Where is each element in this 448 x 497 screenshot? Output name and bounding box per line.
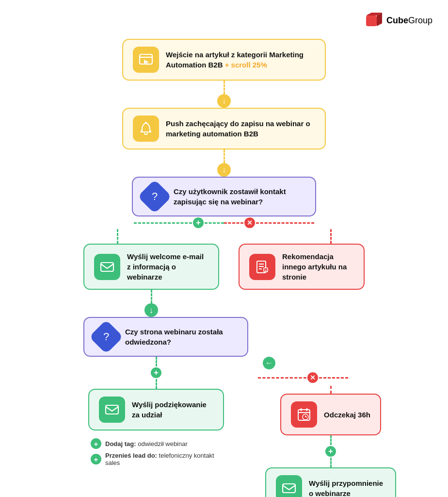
- step1-row: Wejście na artykuł z kategorii Marketing…: [122, 39, 326, 81]
- yes-branch2-node: Wyślij podziękowanie za udział: [88, 389, 224, 431]
- yes-branch1-node: Wyślij welcome e-mail z informacją o web…: [83, 244, 219, 290]
- yes-badge-1: +: [192, 216, 205, 229]
- arrow-down-2: ↓: [217, 163, 231, 177]
- tag1-icon: +: [91, 438, 101, 449]
- question2-icon: ?: [89, 320, 124, 354]
- reminder-text: Wyślij przypomnienie o webinarze: [309, 478, 385, 497]
- yes-badge-3: +: [324, 445, 337, 458]
- svg-rect-7: [101, 263, 113, 271]
- svg-rect-22: [283, 484, 295, 493]
- tag-item-1: + Dodaj tag: odwiedził webinar: [91, 438, 226, 449]
- reminder-node: Wyślij przypomnienie o webinarze: [265, 467, 396, 497]
- branch2-right-connector: ← ✕: [258, 357, 403, 497]
- svg-rect-0: [366, 16, 377, 26]
- question1-node: ? Czy użytkownik zostawił kontakt zapisu…: [132, 177, 316, 216]
- article-icon: ≡: [249, 254, 275, 280]
- flowchart: Wejście na artykuł z kategorii Marketing…: [0, 0, 448, 497]
- connector-4: +: [324, 435, 337, 467]
- tag-items: + Dodaj tag: odwiedził webinar + Przenie…: [91, 435, 226, 466]
- curved-arrow-indicator: ←: [263, 357, 275, 369]
- svg-text:≡: ≡: [265, 268, 267, 273]
- no-branch2-text: Odczekaj 36h: [324, 410, 370, 420]
- bell-icon: [133, 116, 159, 142]
- step2-node: Push zachęcający do zapisu na webinar o …: [122, 108, 326, 149]
- no-branch1-col: ≡ Rekomendacja innego artykułu na stroni…: [239, 244, 365, 290]
- cube-logo-icon: [365, 12, 383, 29]
- no-branch2-node: Odczekaj 36h: [280, 394, 381, 435]
- bottom-section: + Wyślij podziękowanie za udział: [54, 357, 394, 497]
- branch2-connectors: + Wyślij podziękowanie za udział: [83, 357, 403, 497]
- no-branch1-text: Rekomendacja innego artykułu na stronie: [282, 251, 354, 282]
- branch2-left-connector: + Wyślij podziękowanie za udział: [83, 357, 229, 466]
- question1-text: Czy użytkownik zostawił kontakt zapisują…: [174, 186, 305, 207]
- email-icon-1: [94, 254, 120, 280]
- step2-row: Push zachęcający do zapisu na webinar o …: [122, 108, 326, 149]
- email-icon-2: [99, 397, 125, 423]
- yes-branch1-text: Wyślij welcome e-mail z informacją o web…: [127, 251, 208, 282]
- tag-item-2: + Przenieś lead do: telefoniczny kontakt…: [91, 452, 226, 466]
- no-badge-2: ✕: [306, 371, 319, 384]
- svg-point-6: [145, 122, 147, 124]
- question2-node: ? Czy strona webinaru została odwiedzona…: [83, 317, 248, 357]
- logo: CubeGroup: [365, 12, 432, 29]
- question2-text: Czy strona webinaru została odwiedzona?: [125, 327, 238, 347]
- question2-row: ? Czy strona webinaru została odwiedzona…: [83, 317, 248, 357]
- tag2-icon: +: [91, 454, 101, 464]
- connector-1: ↓: [217, 81, 231, 108]
- arrow-down-1: ↓: [217, 94, 231, 108]
- step1-text: Wejście na artykuł z kategorii Marketing…: [166, 50, 315, 70]
- connector-3: ↓: [144, 290, 158, 317]
- browser-cursor-icon: [133, 47, 159, 73]
- yes-badge-2: +: [150, 366, 162, 379]
- no-branch1-node: ≡ Rekomendacja innego artykułu na stroni…: [239, 244, 365, 290]
- logo-text: CubeGroup: [386, 16, 432, 26]
- branch1-nodes: Wyślij welcome e-mail z informacją o web…: [54, 244, 394, 317]
- branch1-connectors: + ✕: [79, 216, 369, 244]
- step2-text: Push zachęcający do zapisu na webinar o …: [166, 118, 315, 139]
- question2-col: ? Czy strona webinaru została odwiedzona…: [83, 317, 248, 357]
- yes-branch2-text: Wyślij podziękowanie za udział: [132, 399, 213, 420]
- connector-2: ↓: [217, 149, 231, 177]
- question1-icon: ?: [138, 180, 172, 214]
- step1-node: Wejście na artykuł z kategorii Marketing…: [122, 39, 326, 81]
- question1-row: ? Czy użytkownik zostawił kontakt zapisu…: [132, 177, 316, 216]
- question2-container: ? Czy strona webinaru została odwiedzona…: [54, 317, 394, 357]
- arrow-down-3: ↓: [144, 303, 158, 317]
- svg-rect-14: [106, 405, 118, 414]
- yes-branch1-col: Wyślij welcome e-mail z informacją o web…: [83, 244, 219, 317]
- branch1-container: + ✕: [54, 216, 394, 317]
- no-badge-1: ✕: [243, 216, 256, 229]
- email-reminder-icon: [276, 475, 302, 497]
- calendar-clock-icon: [291, 401, 317, 428]
